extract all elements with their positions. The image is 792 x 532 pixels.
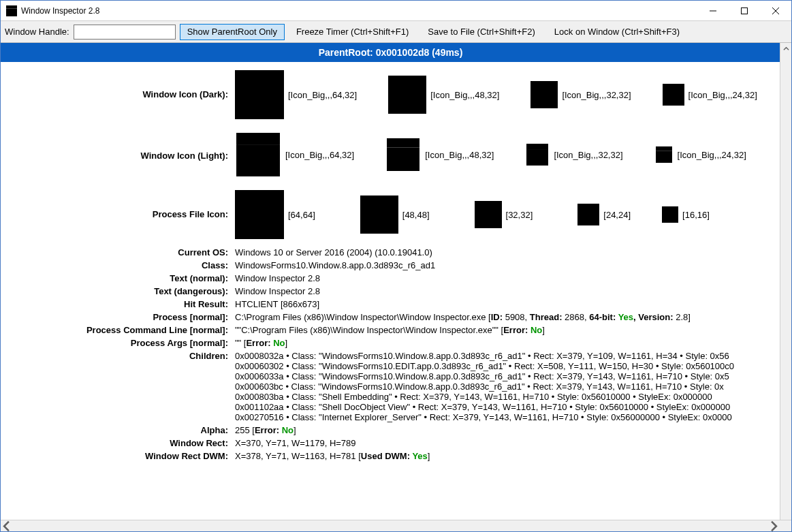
icon-label: [24,24] — [603, 210, 631, 220]
vertical-scrollbar[interactable] — [780, 43, 791, 520]
icon-label: [32,32] — [506, 210, 533, 220]
row-label-process-args: Process Args [normal]: — [1, 337, 232, 349]
row-value-children: 0x0008032a • Class: "WindowsForms10.Wind… — [232, 349, 780, 424]
horizontal-scrollbar[interactable] — [1, 520, 791, 531]
window-icon — [530, 81, 558, 108]
child-line: 0x00060302 • Class: "WindowsForms10.EDIT… — [235, 361, 778, 371]
child-line: 0x0008032a • Class: "WindowsForms10.Wind… — [235, 351, 778, 361]
row-label-process-file-icon: Process File Icon: — [1, 189, 232, 240]
toolbar: Window Handle: Show ParentRoot Only Free… — [1, 21, 791, 43]
icon-label: [16,16] — [682, 210, 710, 220]
row-value-process-cmd: ""C:\Program Files (x86)\Window Inspecto… — [232, 324, 780, 337]
row-label-text-dangerous: Text (dangerous): — [1, 285, 232, 298]
close-button[interactable] — [760, 1, 791, 21]
row-value-alpha: 255 [Error: No] — [232, 424, 780, 437]
child-line: 0x000603bc • Class: "WindowsForms10.Wind… — [235, 381, 778, 392]
scroll-right-icon[interactable] — [768, 520, 780, 531]
row-label-current-os: Current OS: — [1, 246, 232, 259]
freeze-timer-button[interactable]: Freeze Timer (Ctrl+Shift+F1) — [289, 24, 416, 40]
row-label-icon-light: Window Icon (Light): — [1, 130, 232, 179]
row-label-process-cmd: Process Command Line [normal]: — [1, 324, 232, 337]
icon-label: [Icon_Big,,,24,32] — [688, 90, 757, 100]
show-parentroot-button[interactable]: Show ParentRoot Only — [180, 24, 285, 40]
row-label-alpha: Alpha: — [1, 424, 232, 437]
window-icon — [654, 145, 674, 164]
window-icon — [235, 190, 284, 239]
window-handle-input[interactable] — [74, 25, 176, 40]
lock-on-window-button[interactable]: Lock on Window (Ctrl+Shift+F3) — [547, 24, 687, 40]
window-title: Window Inspector 2.8 — [21, 6, 99, 16]
titlebar: Window Inspector 2.8 — [1, 1, 791, 21]
maximize-button[interactable] — [729, 1, 760, 21]
row-label-window-rect: Window Rect: — [1, 437, 232, 450]
content-area: ParentRoot: 0x001002d8 (49ms) Window Ico… — [1, 43, 780, 520]
row-label-class: Class: — [1, 259, 232, 272]
row-value-process-file-icon: [64,64] [48,48] [32,32] [24,24] [16,16] — [232, 189, 780, 240]
window-icon — [525, 142, 550, 167]
save-to-file-button[interactable]: Save to File (Ctrl+Shift+F2) — [420, 24, 543, 40]
icon-label: [Icon_Big,,,24,32] — [678, 150, 746, 160]
row-value-hit-result: HTCLIENT [866x673] — [232, 298, 780, 311]
row-label-text-normal: Text (normal): — [1, 272, 232, 285]
child-line: 0x001102aa • Class: "Shell DocObject Vie… — [235, 402, 778, 412]
row-label-hit-result: Hit Result: — [1, 298, 232, 311]
row-value-window-rect: X=370, Y=71, W=1179, H=789 — [232, 437, 780, 450]
row-value-text-dangerous: Window Inspector 2.8 — [232, 285, 780, 298]
window-icon — [577, 204, 599, 225]
row-value-icon-light: [Icon_Big,,,64,32] [Icon_Big,,,48,32] [I… — [232, 130, 780, 179]
window-icon — [662, 206, 678, 223]
row-value-current-os: Windows 10 or Server 2016 (2004) (10.0.1… — [232, 246, 780, 259]
window-icon — [235, 131, 281, 178]
icon-label: [Icon_Big,,,48,32] — [425, 150, 494, 160]
scroll-up-icon[interactable] — [780, 43, 791, 54]
icon-label: [Icon_Big,,,32,32] — [554, 150, 622, 160]
row-value-text-normal: Window Inspector 2.8 — [232, 272, 780, 285]
row-value-window-rect-dwm: X=378, Y=71, W=1163, H=781 [Used DWM: Ye… — [232, 450, 780, 463]
row-label-children: Children: — [1, 349, 232, 424]
minimize-button[interactable] — [697, 1, 729, 21]
row-label-icon-dark: Window Icon (Dark): — [1, 69, 232, 121]
window-icon — [475, 201, 502, 228]
row-label-window-rect-dwm: Window Rect DWM: — [1, 450, 232, 463]
window-icon — [388, 76, 426, 114]
window-icon — [663, 84, 684, 106]
child-line: 0x00270516 • Class: "Internet Explorer_S… — [235, 412, 778, 422]
row-value-class: WindowsForms10.Window.8.app.0.3d893c_r6_… — [232, 259, 780, 272]
window-handle-label: Window Handle: — [5, 27, 69, 37]
icon-label: [64,64] — [288, 210, 315, 220]
row-value-process: C:\Program Files (x86)\Window Inspector\… — [232, 311, 780, 324]
parentroot-banner: ParentRoot: 0x001002d8 (49ms) — [1, 43, 780, 62]
row-label-process: Process [normal]: — [1, 311, 232, 324]
child-line: 0x000803ba • Class: "Shell Embedding" • … — [235, 392, 778, 402]
child-line: 0x0006033a • Class: "WindowsForms10.Wind… — [235, 371, 778, 381]
icon-label: [Icon_Big,,,64,32] — [285, 150, 354, 160]
row-value-icon-dark: [Icon_Big,,,64,32] [Icon_Big,,,48,32] [I… — [232, 69, 780, 121]
scroll-left-icon[interactable] — [1, 520, 12, 531]
icon-label: [Icon_Big,,,48,32] — [430, 90, 499, 100]
row-value-process-args: "" [Error: No] — [232, 337, 780, 349]
window-icon — [385, 137, 421, 172]
window-icon — [360, 195, 398, 234]
icon-label: [Icon_Big,,,64,32] — [288, 90, 357, 100]
app-icon — [6, 5, 17, 16]
window-icon — [235, 70, 284, 119]
svg-rect-5 — [742, 7, 748, 14]
icon-label: [48,48] — [402, 210, 430, 220]
icon-label: [Icon_Big,,,32,32] — [562, 90, 631, 100]
